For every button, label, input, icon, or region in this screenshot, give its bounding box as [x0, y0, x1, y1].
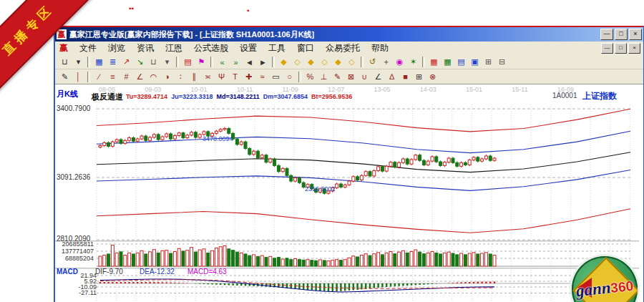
gann-fan-icon[interactable]: ∕: [93, 71, 105, 82]
magnet-tool-icon[interactable]: ∪: [358, 71, 371, 82]
period-label[interactable]: 月K线: [57, 89, 78, 99]
date-label-8: 14-03: [420, 86, 436, 93]
vline-tool-icon[interactable]: │: [72, 71, 84, 82]
indicator-value-4: Dm=3047.6854: [263, 93, 308, 100]
indicator-value-5: Bt=2956.9536: [311, 93, 352, 100]
menu-item-5[interactable]: 公式选股: [188, 42, 234, 54]
next-bar-icon[interactable]: ►: [257, 57, 269, 68]
measure-tool-icon[interactable]: ⊥: [318, 71, 330, 82]
trend-down-icon[interactable]: ↘: [134, 57, 146, 68]
gann-grid-icon[interactable]: #: [120, 71, 132, 82]
pitchfork-tool-icon[interactable]: Ψ: [215, 71, 228, 82]
menu-item-1[interactable]: 文件: [74, 42, 102, 54]
bar-style-icon[interactable]: ⊔: [147, 57, 160, 68]
menu-item-8[interactable]: 窗口: [291, 42, 320, 54]
refresh-icon[interactable]: ↺: [366, 57, 379, 68]
zoom-horiz-icon[interactable]: ◇: [346, 57, 358, 68]
macd-dif-value: DIF-9.70: [95, 268, 123, 276]
chart-style-arrow-icon[interactable]: ▾: [72, 57, 84, 68]
notebook-icon[interactable]: ▤: [455, 57, 467, 68]
zoom-cross-icon[interactable]: ◇: [318, 57, 331, 68]
channel-tool-icon[interactable]: ∥: [188, 71, 200, 82]
quote-list-icon[interactable]: ≣: [107, 57, 119, 68]
calculator-icon[interactable]: ▦: [441, 57, 454, 68]
menu-item-10[interactable]: 帮助: [366, 42, 394, 54]
arc-tool-icon[interactable]: ◠: [147, 71, 160, 82]
menu-logo-icon: 赢: [55, 42, 74, 54]
date-label-9: 15-01: [466, 86, 482, 93]
gann-wheel-icon[interactable]: ✶: [407, 57, 419, 68]
save-icon[interactable]: ▣: [469, 57, 481, 68]
circle-tool-icon[interactable]: ○: [283, 71, 296, 82]
candlestick-series: [99, 127, 496, 195]
maximize-button[interactable]: □: [615, 29, 628, 40]
menu-item-6[interactable]: 设置: [234, 42, 263, 54]
mdi-close-button[interactable]: ×: [628, 43, 640, 54]
crosshair-icon[interactable]: ＋: [380, 57, 392, 68]
menu-item-4[interactable]: 江恩: [160, 42, 188, 54]
indicator-name[interactable]: 极反通道: [92, 92, 123, 102]
title-bar[interactable]: 赢 赢家江恩专业版[赢家内部报告下载] - [上证指数 SH1A0001-106…: [55, 27, 643, 42]
bar-style-arrow-icon[interactable]: ▾: [161, 57, 173, 68]
box-tool-icon[interactable]: ▭: [270, 71, 282, 82]
date-label-4: 10-11: [237, 86, 253, 93]
pencil-tool-icon[interactable]: ✎: [331, 71, 343, 82]
promo-ribbon-text: 直播专区: [0, 0, 57, 58]
fib-tool-icon[interactable]: ∶: [175, 71, 187, 82]
menu-item-9[interactable]: 众易委托: [320, 42, 366, 54]
cycle-tool-icon[interactable]: ◑: [161, 71, 173, 82]
calendar-icon[interactable]: ▦: [428, 57, 440, 68]
last-bar-icon[interactable]: »: [230, 57, 242, 68]
menu-item-7[interactable]: 工具: [263, 42, 291, 54]
mdi-restore-button[interactable]: □: [615, 43, 627, 54]
symbol-name[interactable]: 上证指数: [582, 90, 617, 102]
zoom-updown-icon[interactable]: ◆: [305, 57, 317, 68]
parallel-tool-icon[interactable]: ≍: [202, 71, 214, 82]
toolbar-separator: [87, 57, 90, 67]
close-button[interactable]: ×: [629, 29, 642, 40]
mdi-minimize-button[interactable]: —: [601, 43, 613, 54]
toolbar-separator: [87, 72, 90, 82]
triangle-tool-icon[interactable]: ∆: [386, 71, 398, 82]
macd-axis-label: -27.11: [58, 289, 97, 296]
magnifier-icon[interactable]: ◉: [394, 57, 406, 68]
kline-view-icon[interactable]: ▦: [93, 57, 105, 68]
export-icon[interactable]: ⊞: [482, 57, 494, 68]
toolbar-main: ⊔▾▦≣↗↘⊔▾▤⚑«»◄►◆◇◆◇◆◇↺＋◉✶▦▦▤▣⊞⊟: [55, 55, 643, 69]
menu-item-2[interactable]: 浏览: [102, 42, 131, 54]
angle-tool-icon[interactable]: ∠: [134, 71, 146, 82]
screenshot-stage: ▪▪ ▪ 直播专区 赢 赢家江恩专业版[赢家内部报告下载] - [上证指数 SH…: [0, 0, 644, 302]
wave-tool-icon[interactable]: ≈: [256, 71, 268, 82]
toolbar-separator: [272, 57, 275, 67]
grid-tool-icon[interactable]: ⊞: [413, 71, 425, 82]
erase-tool-icon[interactable]: ⊠: [345, 71, 357, 82]
indicator-value-2: Ju=3223.3318: [171, 93, 213, 100]
trend-up-icon[interactable]: ↗: [120, 57, 132, 68]
zoom-right-icon[interactable]: ◇: [291, 57, 303, 68]
clear-tool-icon[interactable]: ⊗: [426, 71, 439, 82]
chart-style-icon[interactable]: ⊔: [59, 57, 71, 68]
zoom-vert-icon[interactable]: ◆: [332, 57, 344, 68]
price-annotation-low: 2316.5002: [305, 185, 336, 193]
menu-item-3[interactable]: 资讯: [131, 42, 160, 54]
first-bar-icon[interactable]: «: [216, 57, 228, 68]
print-icon[interactable]: ⊟: [496, 57, 508, 68]
angle2-tool-icon[interactable]: ∠: [372, 71, 384, 82]
toolbar-separator: [298, 72, 301, 82]
percent-tool-icon[interactable]: %: [304, 71, 316, 82]
pointer-tool-icon[interactable]: ✎: [59, 71, 71, 82]
price-annotation-high: 3478.0094: [203, 135, 233, 142]
report-icon[interactable]: ▤: [182, 57, 194, 68]
channel-bt: [97, 209, 630, 233]
flag-icon[interactable]: ⚑: [195, 57, 208, 68]
zoom-left-icon[interactable]: ◆: [278, 57, 290, 68]
indicator-value-1: Tu=3289.4714: [126, 93, 167, 100]
prev-bar-icon[interactable]: ◄: [243, 57, 255, 68]
marker-tool-icon[interactable]: ✚: [243, 71, 255, 82]
fill-tool-icon[interactable]: ■: [399, 71, 411, 82]
gann-line-icon[interactable]: ≡: [107, 71, 119, 82]
volume-axis-label: 68885204: [55, 255, 94, 262]
minimize-button[interactable]: —: [600, 29, 613, 40]
text-tool-icon[interactable]: T: [229, 71, 241, 82]
indicator-value-3: Md=3148.2211: [216, 93, 259, 100]
